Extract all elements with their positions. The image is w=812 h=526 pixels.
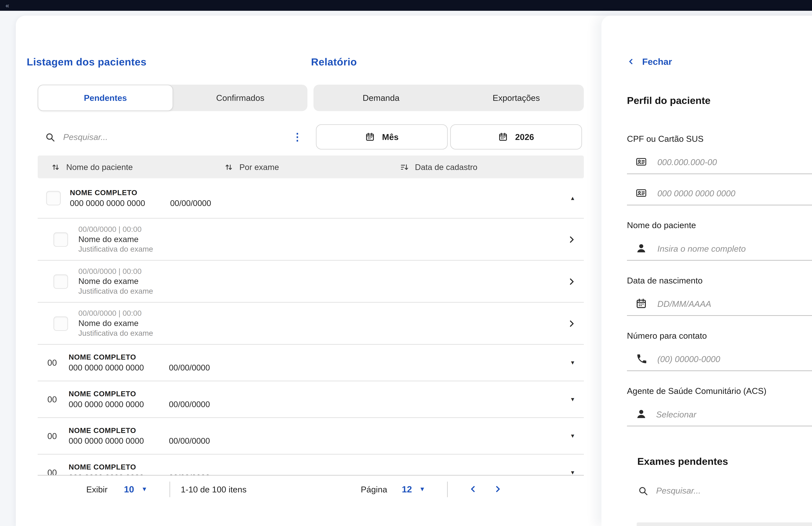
next-page-button[interactable] [493, 485, 503, 494]
expand-caret-icon[interactable]: ▼ [570, 396, 575, 402]
chevron-right-icon[interactable] [567, 277, 577, 286]
close-drawer-button[interactable]: Fechar [627, 57, 694, 67]
patient-sus-number: 000 0000 0000 0000 [69, 400, 169, 409]
patients-search: ⋮ [38, 125, 307, 149]
phone-icon [636, 353, 647, 364]
cpf-input[interactable] [656, 156, 812, 167]
page-caret-icon[interactable]: ▼ [419, 486, 425, 492]
exam-row[interactable]: 00/00/0000 | 00:00 Nome do exame Justifi… [38, 218, 584, 260]
exam-count: 00 [47, 394, 63, 404]
pending-exams-title: Exames pendentes [637, 456, 812, 467]
search-icon [638, 485, 648, 496]
year-filter-button[interactable]: 2026 [450, 125, 582, 149]
birthdate-input[interactable] [656, 298, 812, 309]
exams-search: ⋮ [637, 485, 812, 496]
patient-register-date: 00/00/0000 [169, 437, 210, 445]
acs-label: Agente de Saúde Comunitário (ACS) [627, 386, 812, 396]
footer-divider [169, 481, 170, 497]
exam-name: Nome do exame [78, 319, 153, 328]
exams-search-input[interactable] [655, 485, 812, 496]
column-label: Data de cadastro [415, 162, 477, 171]
page-number[interactable]: 12 [402, 484, 412, 494]
column-por-exame[interactable]: Por exame [224, 162, 400, 171]
exam-justification: Justificativa do exame [78, 287, 153, 295]
column-data-de-cadastro[interactable]: Data de cadastro [400, 162, 584, 171]
patients-table-body: NOME COMPLETO 000 0000 0000 0000 00/00/0… [38, 178, 584, 491]
acs-select[interactable]: Selecionar ▼ [627, 402, 812, 426]
sort-asc-icon [224, 162, 233, 171]
chevron-right-icon[interactable] [567, 234, 577, 244]
patient-register-date: 00/00/0000 [169, 400, 210, 409]
footer-divider [447, 481, 448, 497]
collapse-icon[interactable]: « [5, 2, 9, 9]
exam-datetime: 00/00/0000 | 00:00 [78, 309, 153, 318]
year-filter-label: 2026 [515, 132, 534, 142]
sus-input[interactable] [656, 188, 812, 199]
row-checkbox[interactable] [46, 191, 61, 205]
column-label: Por exame [240, 162, 279, 171]
exam-checkbox[interactable] [54, 316, 68, 331]
expand-caret-icon[interactable]: ▼ [570, 433, 575, 439]
tab-demanda[interactable]: Demanda [314, 85, 449, 111]
contact-label: Número para contato [627, 331, 812, 340]
page-label: Página [361, 484, 387, 494]
table-row[interactable]: 00 NOME COMPLETO 000 0000 0000 0000 00/0… [38, 381, 584, 418]
prev-page-button[interactable] [468, 485, 477, 494]
patient-name: NOME COMPLETO [69, 353, 210, 362]
expand-caret-icon[interactable]: ▼ [570, 469, 575, 476]
patient-register-date: 00/00/0000 [169, 363, 210, 372]
patient-name: NOME COMPLETO [69, 390, 210, 398]
expand-caret-icon[interactable]: ▼ [570, 360, 575, 366]
patient-register-date: 00/00/0000 [170, 199, 211, 208]
exam-row[interactable]: 00/00/0000 | 00:00 Nome do exame Justifi… [38, 260, 584, 302]
patient-name: NOME COMPLETO [70, 189, 211, 197]
page-size-label: Exibir [86, 484, 107, 494]
exam-justification: Justificativa do exame [78, 245, 153, 253]
table-row[interactable]: 00 NOME COMPLETO 000 0000 0000 0000 00/0… [38, 344, 584, 381]
exams-table-header-partial [637, 523, 812, 526]
cpf-field: − [627, 150, 812, 174]
kebab-menu-icon[interactable]: ⋮ [290, 132, 305, 142]
report-filters: Mês 2026 [316, 125, 584, 149]
month-filter-label: Mês [382, 132, 399, 142]
patient-sus-number: 000 0000 0000 0000 [70, 199, 170, 208]
exam-datetime: 00/00/0000 | 00:00 [78, 225, 153, 234]
column-label: Nome do paciente [66, 162, 133, 171]
calendar-icon [498, 132, 508, 142]
exam-row[interactable]: 00/00/0000 | 00:00 Nome do exame Justifi… [38, 302, 584, 344]
exam-checkbox[interactable] [54, 274, 68, 289]
canvas: Listagem dos pacientes Pendentes Confirm… [0, 11, 812, 526]
table-row[interactable]: 00 NOME COMPLETO 000 0000 0000 0000 00/0… [38, 418, 584, 454]
patients-search-input[interactable] [62, 132, 290, 142]
name-label: Nome do paciente [627, 220, 812, 230]
tab-exportacoes[interactable]: Exportações [449, 85, 584, 111]
exam-name: Nome do exame [78, 277, 153, 286]
contact-input[interactable] [656, 353, 812, 364]
chevron-right-icon[interactable] [567, 319, 577, 328]
id-card-icon [636, 187, 647, 199]
pagination-bar: Exibir 10 ▼ 1-10 de 100 itens Página 12 … [38, 475, 584, 502]
exam-checkbox[interactable] [54, 232, 68, 247]
report-title: Relatório [311, 57, 584, 69]
tab-pendentes[interactable]: Pendentes [38, 85, 173, 111]
name-field [627, 236, 812, 261]
report-tabs: Demanda Exportações [314, 85, 584, 111]
contact-field: + [627, 347, 812, 371]
exam-count: 00 [47, 358, 63, 367]
search-icon [45, 132, 55, 142]
name-input[interactable] [656, 243, 812, 254]
birthdate-label: Data de nascimento [627, 276, 812, 285]
month-filter-button[interactable]: Mês [316, 125, 448, 149]
person-icon [636, 408, 647, 420]
exam-datetime: 00/00/0000 | 00:00 [78, 267, 153, 276]
collapse-caret-icon[interactable]: ▲ [570, 195, 575, 201]
patient-name: NOME COMPLETO [69, 463, 210, 471]
page-size-value[interactable]: 10 [124, 484, 134, 494]
table-row-expanded[interactable]: NOME COMPLETO 000 0000 0000 0000 00/00/0… [38, 178, 584, 218]
sus-field: − [627, 181, 812, 205]
column-nome-do-paciente[interactable]: Nome do paciente [38, 162, 224, 171]
tab-confirmados[interactable]: Confirmados [173, 85, 307, 111]
person-icon [636, 243, 647, 254]
patient-sus-number: 000 0000 0000 0000 [69, 437, 169, 445]
page-size-caret-icon[interactable]: ▼ [142, 486, 147, 492]
